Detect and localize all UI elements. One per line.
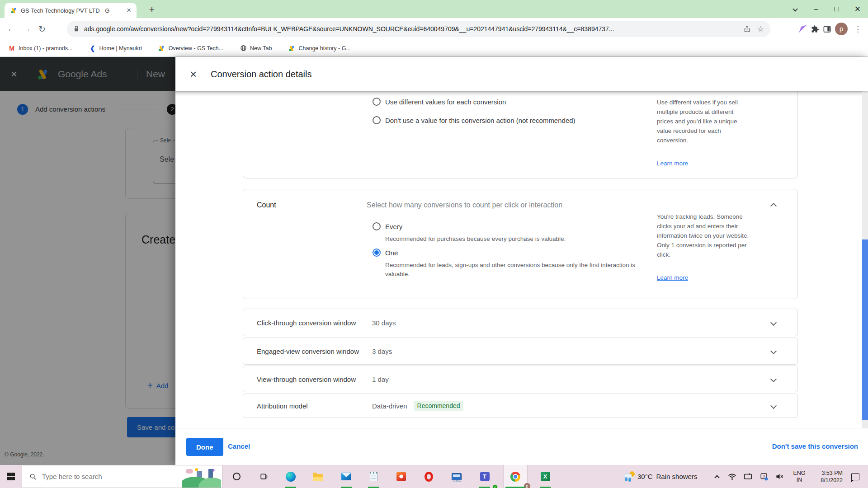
edge-taskbar-button[interactable] <box>280 465 302 488</box>
clock[interactable]: 3:53 PM 8/1/2022 <box>811 465 843 488</box>
chrome-taskbar-button[interactable]: p <box>503 465 528 488</box>
tray-expand-button[interactable] <box>712 465 722 488</box>
bookmark-newtab[interactable]: New Tab <box>240 45 272 52</box>
tab-close-icon[interactable]: × <box>125 6 133 15</box>
accordion-engaged-view-window[interactable]: Engaged-view conversion window 3 days <box>243 338 798 365</box>
accordion-view-through-window[interactable]: View-through conversion window 1 day <box>243 366 798 392</box>
value-option-none[interactable]: Don't use a value for this conversion ac… <box>373 116 576 124</box>
radio-unselected-icon[interactable] <box>373 98 381 106</box>
bookmark-inbox[interactable]: M Inbox (1) - pramods... <box>8 45 73 52</box>
browser-tab[interactable]: GS Tech Technology PVT LTD - G × <box>5 3 137 18</box>
google-ads-icon <box>288 45 296 52</box>
done-button[interactable]: Done <box>186 438 223 456</box>
wifi-icon[interactable] <box>726 465 738 488</box>
weather-tray-icon[interactable] <box>624 465 636 488</box>
chevron-up-icon <box>714 475 719 480</box>
dialog-scrollbar-thumb[interactable] <box>862 239 868 420</box>
dialog-close-icon[interactable]: × <box>190 67 197 81</box>
radio-selected-icon[interactable] <box>373 249 381 257</box>
value-option-different[interactable]: Use different values for each conversion <box>373 98 506 106</box>
temperature-text: 30°C <box>637 473 653 480</box>
value-learn-more-link[interactable]: Learn more <box>657 160 688 167</box>
search-input[interactable] <box>42 473 155 480</box>
connect-display-icon[interactable] <box>741 465 754 488</box>
browser-menu-icon[interactable]: ⋮ <box>854 24 862 34</box>
on-screen-keyboard-button[interactable] <box>446 465 467 488</box>
recommended-badge: Recommended <box>414 401 464 411</box>
collapse-chevron-icon[interactable] <box>771 202 776 210</box>
window-minimize-button[interactable]: – <box>806 0 826 18</box>
new-tab-button[interactable]: + <box>146 4 158 16</box>
dont-save-link[interactable]: Don't save this conversion <box>772 442 858 450</box>
dialog-footer: Done Cancel Don't save this conversion <box>175 428 868 465</box>
share-icon[interactable] <box>743 25 751 33</box>
teams-button[interactable]: T ✓ <box>474 465 495 488</box>
bookmark-change-history[interactable]: Change history - G... <box>288 45 351 52</box>
time-text: 3:53 PM <box>821 469 843 477</box>
back-icon[interactable]: ← <box>4 24 19 34</box>
chevron-down-icon[interactable] <box>771 347 776 355</box>
notepad-icon <box>370 472 377 481</box>
window-dropdown-icon[interactable] <box>785 0 806 18</box>
toolbar-extensions: p ⋮ <box>799 18 864 40</box>
office-button[interactable] <box>390 465 412 488</box>
url-text: ads.google.com/aw/conversions/new?ocid=2… <box>84 25 743 33</box>
bookmark-mynaukri[interactable]: ❮ Home | Mynaukri <box>89 45 142 52</box>
mail-button[interactable] <box>335 465 357 488</box>
count-one-description: Recommended for leads, sign-ups and othe… <box>385 261 643 279</box>
count-learn-more-link[interactable]: Learn more <box>657 274 688 281</box>
windows-update-icon[interactable] <box>758 465 770 488</box>
search-icon <box>29 473 37 480</box>
start-button[interactable] <box>0 465 22 488</box>
task-view-button[interactable] <box>253 465 274 488</box>
help-divider <box>648 189 648 299</box>
side-panel-icon[interactable] <box>823 25 831 33</box>
bookmark-overview[interactable]: Overview - GS Tech... <box>158 45 223 52</box>
count-option-one[interactable]: One <box>373 249 398 257</box>
google-ads-icon <box>158 45 165 52</box>
file-explorer-icon <box>313 474 323 481</box>
url-bar[interactable]: ads.google.com/aw/conversions/new?ocid=2… <box>67 21 770 37</box>
window-close-button[interactable]: × <box>847 0 868 18</box>
cortana-button[interactable] <box>226 465 247 488</box>
accordion-click-through-window[interactable]: Click-through conversion window 30 days <box>243 309 798 336</box>
cancel-link[interactable]: Cancel <box>228 442 250 450</box>
language-primary: ENG <box>793 470 805 477</box>
gmail-icon: M <box>8 45 15 52</box>
reload-icon[interactable]: ↻ <box>34 24 50 34</box>
count-every-description: Recommended for purchases because every … <box>385 235 566 244</box>
excel-icon: X <box>541 472 550 481</box>
volume-muted-icon[interactable] <box>773 465 786 488</box>
file-explorer-button[interactable] <box>307 465 329 488</box>
monitor-keyboard-icon <box>452 473 462 480</box>
teams-status-badge: ✓ <box>492 484 498 488</box>
edge-icon <box>286 472 296 482</box>
dialog-title-bar: × Conversion action details <box>175 57 868 91</box>
bookmarks-bar: M Inbox (1) - pramods... ❮ Home | Mynauk… <box>0 40 868 57</box>
chevron-down-icon[interactable] <box>771 375 776 383</box>
bookmark-star-icon[interactable]: ☆ <box>757 24 764 34</box>
taskbar-search[interactable]: ✦ <box>22 465 222 488</box>
profile-avatar[interactable]: p <box>835 23 848 35</box>
windows-taskbar: ✦ T ✓ p X <box>0 465 868 488</box>
extensions-puzzle-icon[interactable] <box>811 25 819 33</box>
search-weather-illustration[interactable]: ✦ <box>182 466 221 488</box>
radio-unselected-icon[interactable] <box>373 222 381 230</box>
radio-unselected-icon[interactable] <box>373 116 381 124</box>
opera-button[interactable] <box>418 465 439 488</box>
grammarly-extension-icon[interactable] <box>799 25 807 33</box>
dialog-content: Use different values for each conversion… <box>175 91 868 428</box>
forward-icon[interactable]: → <box>19 24 34 34</box>
accordion-attribution-model[interactable]: Attribution model Data-driven Recommende… <box>243 394 798 418</box>
language-indicator[interactable]: ENG IN <box>789 465 809 488</box>
window-restore-button[interactable] <box>826 0 847 18</box>
notepad-button[interactable] <box>363 465 384 488</box>
action-center-button[interactable] <box>847 465 863 488</box>
value-card: Use different values for each conversion… <box>243 91 798 178</box>
count-option-every[interactable]: Every <box>373 222 402 230</box>
excel-button[interactable]: X <box>534 465 556 488</box>
weather-text[interactable]: 30°C Rain showers <box>637 465 705 488</box>
chevron-down-icon[interactable] <box>771 319 776 327</box>
chevron-down-icon[interactable] <box>771 402 776 410</box>
scroll-shadow <box>175 91 862 96</box>
